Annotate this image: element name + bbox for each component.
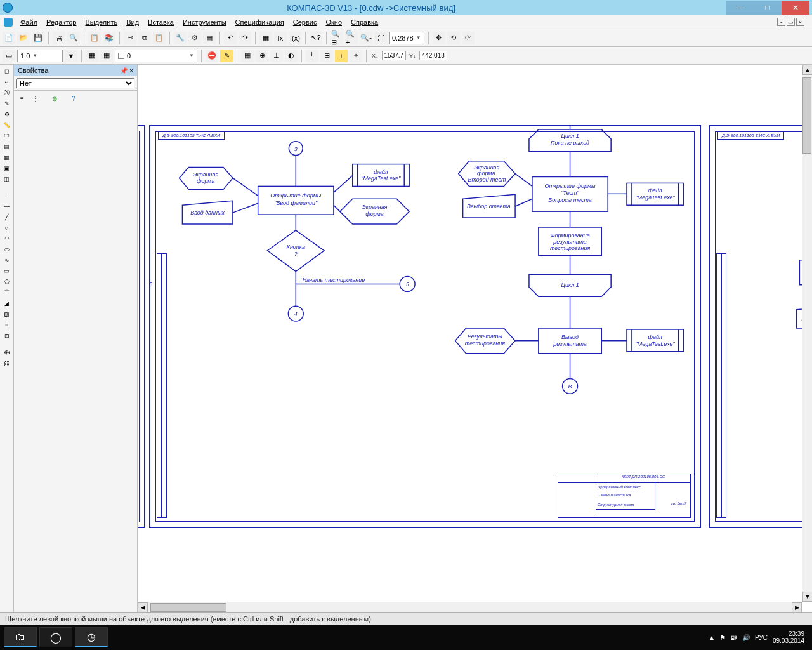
vtool-dimensions[interactable]: ↔	[1, 77, 13, 87]
vertical-scrollbar[interactable]: ▲ ▼	[802, 65, 812, 602]
minimize-button[interactable]: ─	[726, 1, 754, 15]
library-button[interactable]: 📚	[103, 32, 115, 44]
pointer-button[interactable]: ↖?	[310, 32, 322, 44]
mdi-restore-button[interactable]: ▭	[787, 18, 795, 26]
scroll-right-button[interactable]: ▶	[792, 602, 802, 613]
draw-arc[interactable]: ◠	[1, 234, 13, 244]
coord-y-value[interactable]: 442.018	[419, 51, 447, 60]
vtool-params[interactable]: ⚙	[1, 109, 13, 119]
zoom-out-button[interactable]: 🔍-	[360, 32, 372, 44]
draw-equid[interactable]: ≡	[1, 320, 13, 330]
menu-insert[interactable]: Вставка	[144, 17, 178, 27]
ucs-button[interactable]: └	[306, 50, 318, 62]
layer-combo[interactable]: 0▼	[115, 50, 197, 62]
draw-hatch[interactable]: ▨	[1, 309, 13, 319]
ortho-button[interactable]: ⊥	[270, 50, 283, 62]
prop-help-btn[interactable]: ?	[68, 93, 79, 104]
tray-lang[interactable]: РУС	[755, 634, 768, 641]
vtool-report[interactable]: ▦	[1, 152, 13, 162]
undo-button[interactable]: ↶	[224, 32, 237, 44]
vtool-insert[interactable]: ▣	[1, 163, 13, 173]
menu-service[interactable]: Сервис	[289, 17, 321, 27]
highlight-button[interactable]: ✎	[220, 50, 233, 62]
vtool-views[interactable]: ◫	[1, 174, 13, 184]
orient-button[interactable]: ▼	[65, 50, 77, 62]
tray-up-icon[interactable]: ▲	[709, 634, 715, 641]
save-button[interactable]: 💾	[32, 32, 44, 44]
scroll-up-button[interactable]: ▲	[802, 65, 812, 75]
properties-header[interactable]: Свойства 📌 ×	[14, 65, 137, 76]
draw-aux-line[interactable]: —	[1, 201, 13, 211]
menu-select[interactable]: Выделить	[81, 17, 121, 27]
view-state-button[interactable]: ▭	[3, 50, 15, 62]
vtool-geometry[interactable]: ◻	[1, 66, 13, 76]
close-button[interactable]: ✕	[782, 1, 809, 15]
app-menu-icon[interactable]	[4, 18, 13, 27]
zoom-fit-button[interactable]: ⛶	[374, 32, 387, 44]
vtool-select[interactable]: ⬚	[1, 131, 13, 141]
draw-point[interactable]: ·	[1, 190, 13, 201]
tray-network-icon[interactable]: 🖳	[731, 634, 737, 641]
menu-view[interactable]: Вид	[122, 17, 143, 27]
preview-button[interactable]: 🔍	[67, 32, 80, 44]
polar-button[interactable]: ⌖	[350, 50, 362, 62]
taskbar-kompas[interactable]: ◷	[75, 627, 108, 647]
vtool-edit[interactable]: ✎	[1, 98, 13, 109]
vars-button[interactable]: fx	[274, 32, 287, 44]
mdi-minimize-button[interactable]: -	[777, 18, 785, 26]
coord-x-value[interactable]: 1537.7	[382, 51, 407, 60]
open-button[interactable]: 📂	[17, 32, 30, 44]
draw-circle[interactable]: ○	[1, 223, 13, 233]
properties-level-dropdown[interactable]: Нет	[16, 78, 134, 88]
stop-button[interactable]: ⛔	[206, 50, 218, 62]
zoom-in-button[interactable]: 🔍+	[345, 32, 358, 44]
tray-flag-icon[interactable]: ⚑	[720, 634, 726, 641]
manager-button[interactable]: ▦	[259, 32, 272, 44]
draw-line[interactable]: ╱	[1, 212, 13, 222]
spec-button[interactable]: 📋	[88, 32, 101, 44]
draw-chamfer[interactable]: ◢	[1, 298, 13, 308]
props-button[interactable]: 🔧	[174, 32, 187, 44]
menu-file[interactable]: Файл	[16, 17, 41, 27]
pin-icon[interactable]: 📌 ×	[120, 67, 133, 74]
menu-spec[interactable]: Спецификация	[232, 17, 288, 27]
menu-help[interactable]: Справка	[347, 17, 382, 27]
belt-icon[interactable]: ⟴	[1, 347, 13, 357]
tray-sound-icon[interactable]: 🔊	[742, 634, 750, 641]
copy-button[interactable]: ⧉	[138, 32, 151, 44]
drawing-area[interactable]: Д.Э 900.101105 Т.ИС Л.ЕХИ	[138, 65, 812, 612]
paste-button[interactable]: 📋	[153, 32, 166, 44]
scale-combo[interactable]: 1.0▼	[17, 50, 63, 62]
rotate-button[interactable]: ⟲	[447, 32, 460, 44]
round-button[interactable]: ◐	[285, 50, 298, 62]
draw-collect[interactable]: ⊡	[1, 331, 13, 341]
vscroll-thumb[interactable]	[802, 77, 811, 154]
tray-clock[interactable]: 23:39 09.03.2014	[773, 630, 804, 644]
menu-window[interactable]: Окно	[322, 17, 346, 27]
redraw-button[interactable]: ⟳	[462, 32, 475, 44]
draw-spline[interactable]: ∿	[1, 255, 13, 265]
ortho2-button[interactable]: ⟂	[335, 50, 348, 62]
prop-tree-btn[interactable]: ⋮	[30, 93, 41, 104]
redo-button[interactable]: ↷	[239, 32, 251, 44]
print-button[interactable]: 🖨	[53, 32, 65, 44]
draw-ellipse[interactable]: ⬭	[1, 244, 13, 255]
menu-tools[interactable]: Инструменты	[179, 17, 230, 27]
new-button[interactable]: 📄	[3, 32, 15, 44]
snap-grid-button[interactable]: ▦	[241, 50, 254, 62]
hscroll-thumb[interactable]	[150, 603, 226, 612]
pan-button[interactable]: ✥	[433, 32, 445, 44]
prop-add-btn[interactable]: ⊕	[49, 93, 60, 104]
scroll-left-button[interactable]: ◀	[138, 602, 148, 613]
zoom-window-button[interactable]: 🔍⊞	[331, 32, 343, 44]
taskbar-chrome[interactable]: ◯	[39, 627, 72, 647]
taskbar-explorer[interactable]: 🗂	[4, 627, 37, 647]
maximize-button[interactable]: □	[754, 1, 782, 15]
draw-poly[interactable]: ⬠	[1, 277, 13, 287]
layer-btn1[interactable]: ▦	[86, 50, 98, 62]
function-button[interactable]: f(x)	[289, 32, 301, 44]
snap-point-button[interactable]: ⊕	[256, 50, 268, 62]
zoom-combo[interactable]: 0.2878▼	[389, 32, 424, 44]
draw-rect[interactable]: ▭	[1, 266, 13, 276]
vtool-measure[interactable]: 📏	[1, 120, 13, 130]
